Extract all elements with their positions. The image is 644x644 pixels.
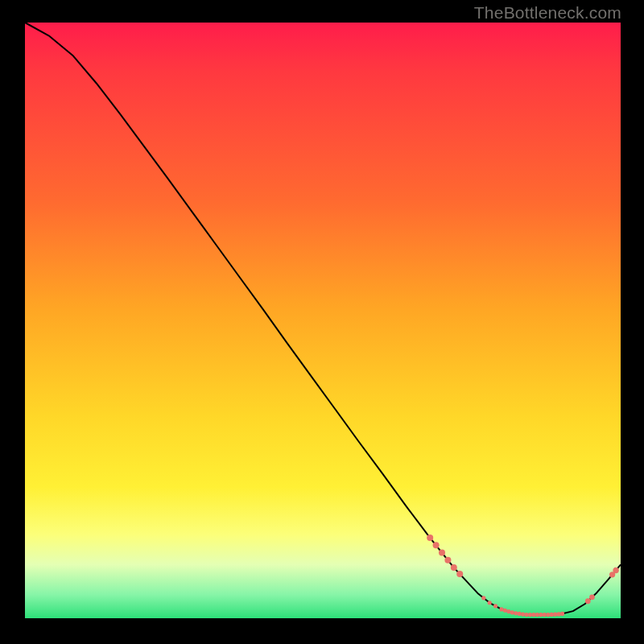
curve-marker <box>531 613 535 617</box>
plot-area <box>25 23 621 618</box>
curve-marker <box>543 613 547 617</box>
curve-marker <box>518 612 522 616</box>
bottleneck-curve <box>25 23 621 615</box>
watermark-text: TheBottleneck.com <box>474 3 621 23</box>
curve-marker <box>427 535 433 541</box>
curve-marker <box>451 564 457 571</box>
curve-marker <box>433 542 440 548</box>
curve-marker <box>481 596 485 600</box>
curve-markers <box>427 535 619 617</box>
curve-marker <box>510 610 514 614</box>
curve-marker <box>613 568 618 573</box>
curve-marker <box>444 557 451 564</box>
curve-marker <box>506 609 510 613</box>
curve-marker <box>493 604 497 608</box>
curve-marker <box>553 613 557 617</box>
curve-marker <box>521 613 525 617</box>
curve-marker <box>546 613 550 617</box>
curve-marker <box>550 613 554 617</box>
curve-marker <box>456 571 463 577</box>
curve-marker <box>560 612 564 616</box>
curve-marker <box>488 601 492 605</box>
curve-marker <box>539 613 543 617</box>
curve-marker <box>514 611 518 615</box>
curve-marker <box>528 613 532 617</box>
curve-marker <box>556 612 560 616</box>
curve-marker <box>589 594 595 600</box>
curve-marker <box>499 607 503 611</box>
chart-svg <box>25 23 621 618</box>
curve-marker <box>503 609 507 613</box>
curve-marker <box>535 613 539 617</box>
curve-marker <box>524 613 528 617</box>
chart-stage: TheBottleneck.com <box>0 0 644 644</box>
curve-marker <box>439 550 445 556</box>
curve-marker <box>585 598 591 604</box>
